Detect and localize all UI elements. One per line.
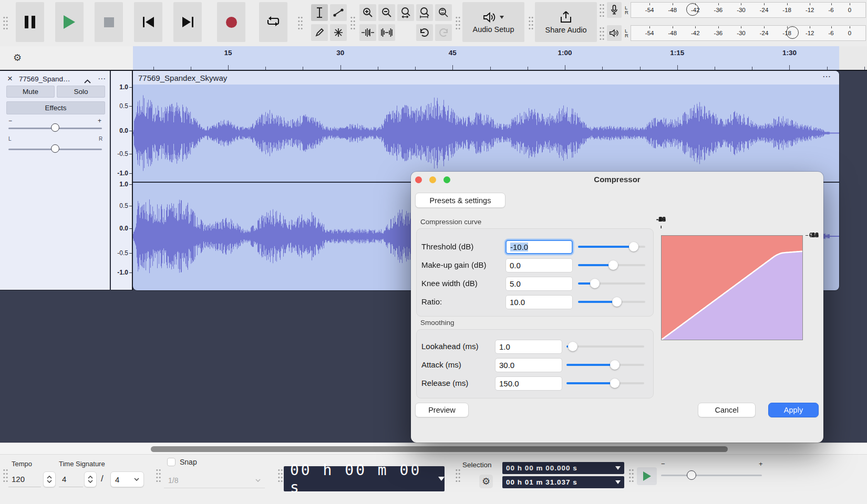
audio-position-display[interactable]: 00 h 00 m 00 s	[284, 466, 445, 491]
draw-tool-button[interactable]	[311, 24, 328, 41]
vertical-scale-ruler[interactable]: 1.00.50.0-0.5-1.01.00.50.0-0.5-1.0	[111, 71, 133, 290]
recording-meter-grabber[interactable]	[599, 3, 605, 17]
time-format-caret-icon[interactable]	[438, 477, 445, 481]
zoom-in-button[interactable]	[359, 4, 376, 21]
threshold-slider[interactable]	[578, 246, 645, 248]
track-title[interactable]: 77569_Spand…	[19, 75, 70, 83]
ratio-slider[interactable]	[578, 301, 645, 303]
play-at-speed-button[interactable]	[637, 467, 657, 485]
record-button[interactable]	[217, 2, 245, 42]
snap-interval-select[interactable]: 1/8	[164, 472, 265, 488]
vertical-scale-label: 1.0	[119, 83, 128, 91]
track-close-icon[interactable]: ×	[7, 74, 13, 83]
selection-end-box[interactable]: 00 h 01 m 31.037 s	[502, 476, 624, 488]
record-meter-mic-button[interactable]	[607, 2, 622, 18]
undo-button[interactable]	[416, 24, 433, 41]
selection-options-button[interactable]: ⚙	[479, 475, 493, 488]
presets-settings-button[interactable]: Presets & settings	[415, 193, 505, 208]
effects-button[interactable]: Effects	[6, 101, 105, 114]
share-audio-button[interactable]: Share Audio	[535, 2, 597, 42]
timeline-ruler[interactable]: 1530451:001:151:30	[133, 46, 867, 70]
knee-width-input[interactable]: 5.0	[505, 277, 573, 291]
lookahead-input[interactable]: 1.0	[495, 340, 562, 354]
makeup-gain-input[interactable]: 0.0	[505, 258, 573, 272]
snap-checkbox[interactable]	[167, 458, 176, 466]
release-input[interactable]: 150.0	[495, 376, 562, 391]
play-speed-slider-thumb[interactable]	[687, 470, 696, 480]
trim-audio-button[interactable]	[359, 24, 376, 41]
lookahead-slider-thumb[interactable]	[568, 342, 577, 351]
loop-button[interactable]	[259, 2, 287, 42]
tempo-stepper[interactable]	[43, 471, 56, 487]
playback-meter-grabber[interactable]	[599, 26, 605, 40]
preview-button[interactable]: Preview	[415, 403, 469, 417]
ratio-slider-thumb[interactable]	[612, 297, 622, 307]
skip-to-start-button[interactable]	[134, 2, 162, 42]
time-toolbar-grabber[interactable]	[277, 468, 283, 482]
envelope-tool-button[interactable]	[330, 4, 347, 21]
play-button[interactable]	[55, 2, 84, 42]
makeup-gain-slider-thumb[interactable]	[608, 260, 618, 270]
horizontal-scrollbar[interactable]	[0, 443, 867, 455]
playback-meter-speaker-button[interactable]	[607, 25, 622, 41]
time-signature-lower-select[interactable]: 4	[110, 471, 144, 487]
multi-tool-button[interactable]	[330, 24, 347, 41]
ratio-input[interactable]: 10.0	[505, 295, 573, 309]
knee-width-slider-thumb[interactable]	[590, 279, 600, 288]
apply-button[interactable]: Apply	[768, 403, 819, 417]
playback-meter-scale[interactable]: -54-48-42-36-30-24-18-12-60	[631, 25, 866, 41]
knee-width-slider[interactable]	[578, 282, 645, 285]
attack-slider-thumb[interactable]	[610, 360, 620, 370]
transport-toolbar-grabber[interactable]	[3, 16, 8, 29]
makeup-gain-slider[interactable]	[578, 264, 645, 266]
clip-menu-icon[interactable]: ⋯	[822, 71, 832, 81]
play-speed-slider[interactable]	[661, 475, 762, 476]
share-audio-grabber[interactable]	[528, 16, 534, 29]
horizontal-scrollbar-thumb[interactable]	[151, 446, 728, 452]
pause-button[interactable]	[16, 2, 44, 42]
clip-header[interactable]: 77569_Spandex_Skyway ⋯	[133, 71, 839, 85]
timeline-options-gear-icon[interactable]: ⚙	[13, 52, 22, 64]
release-slider-thumb[interactable]	[610, 379, 620, 388]
skip-to-end-button[interactable]	[173, 2, 202, 42]
audio-setup-grabber[interactable]	[455, 16, 461, 29]
track-menu-icon[interactable]: ⋯	[98, 74, 106, 83]
play-at-speed-grabber[interactable]	[628, 468, 634, 482]
selection-tool-button[interactable]	[311, 4, 328, 21]
gain-slider-thumb[interactable]	[51, 123, 59, 132]
silence-audio-button[interactable]	[378, 24, 395, 41]
selection-end-caret-icon[interactable]	[615, 480, 621, 484]
selection-start-caret-icon[interactable]	[615, 466, 621, 470]
stop-button[interactable]	[95, 2, 123, 42]
time-signature-stepper[interactable]	[84, 471, 97, 487]
solo-button[interactable]: Solo	[57, 86, 105, 98]
zoom-toggle-button[interactable]	[435, 4, 452, 21]
edit-toolbar-grabber[interactable]	[350, 16, 356, 29]
attack-input[interactable]: 30.0	[495, 358, 562, 372]
release-slider[interactable]	[566, 382, 644, 384]
tools-toolbar-grabber[interactable]	[297, 16, 303, 29]
lookahead-slider[interactable]	[566, 345, 644, 348]
audio-setup-button[interactable]: Audio Setup	[462, 2, 524, 42]
selection-toolbar-grabber[interactable]	[455, 468, 461, 482]
time-signature-grabber[interactable]	[3, 468, 8, 482]
tempo-value[interactable]: 120	[8, 471, 41, 487]
time-signature-upper[interactable]: 4	[59, 471, 83, 487]
record-meter-scale[interactable]: -54-48-42-36-30-24-18-12-60	[631, 2, 866, 18]
threshold-slider-thumb[interactable]	[629, 242, 638, 251]
track-collapse-chevron-icon[interactable]	[84, 76, 91, 86]
cancel-button[interactable]: Cancel	[698, 403, 756, 417]
attack-slider[interactable]	[566, 364, 644, 366]
zoom-fit-button[interactable]	[416, 4, 433, 21]
pan-slider-thumb[interactable]	[51, 144, 59, 153]
zoom-selection-button[interactable]	[397, 4, 414, 21]
mute-button[interactable]: Mute	[6, 86, 55, 98]
redo-button[interactable]	[435, 24, 452, 41]
snapping-grabber[interactable]	[156, 468, 161, 482]
selection-start-box[interactable]: 00 h 00 m 00.000 s	[502, 462, 624, 474]
threshold-input[interactable]: -10.0	[505, 240, 573, 254]
zoom-out-button[interactable]	[378, 4, 395, 21]
recording-meter[interactable]: LR -54-48-42-36-30-24-18-12-60	[599, 1, 866, 19]
playback-meter[interactable]: LR -54-48-42-36-30-24-18-12-60	[599, 24, 866, 42]
timeline-tick	[228, 65, 229, 70]
